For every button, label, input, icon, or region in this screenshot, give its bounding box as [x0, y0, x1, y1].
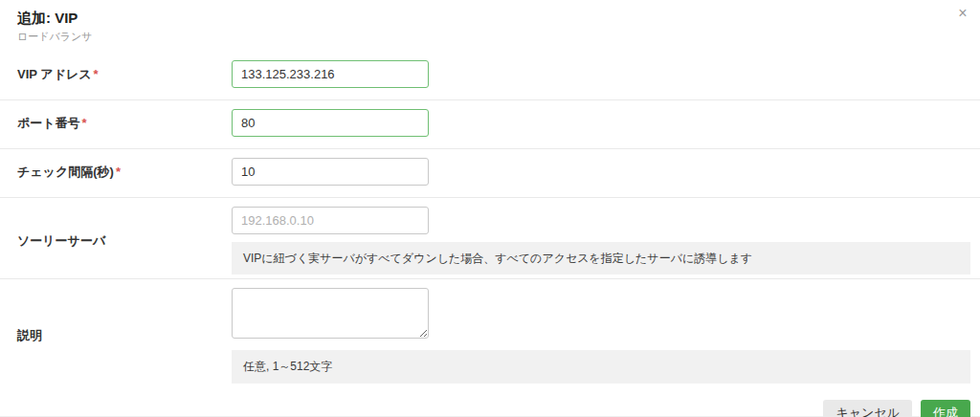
check-interval-label: チェック間隔(秒)*	[0, 164, 232, 181]
close-icon[interactable]: ×	[953, 4, 972, 23]
check-interval-input[interactable]	[232, 158, 429, 186]
form-row-port: ポート番号*	[0, 100, 980, 149]
cancel-button[interactable]: キャンセル	[823, 400, 912, 417]
page-title: 追加: VIP	[17, 10, 970, 28]
sorry-server-input[interactable]	[232, 207, 429, 234]
port-field-cell	[232, 109, 970, 137]
required-marker: *	[116, 165, 121, 179]
dialog-header: 追加: VIP ロードバランサ ×	[0, 0, 980, 44]
description-label-text: 説明	[17, 328, 42, 342]
vip-address-field-cell	[232, 60, 970, 88]
port-input[interactable]	[232, 109, 429, 137]
description-label: 説明	[0, 327, 232, 344]
sorry-server-help-text: VIPに紐づく実サーバがすべてダウンした場合、すべてのアクセスを指定したサーバに…	[232, 242, 970, 274]
description-textarea[interactable]	[232, 288, 429, 339]
vip-address-label-text: VIP アドレス	[17, 67, 92, 81]
sorry-server-label-text: ソーリーサーバ	[17, 233, 105, 248]
port-label: ポート番号*	[0, 115, 232, 132]
form-row-description: 説明 任意, 1～512文字	[0, 279, 980, 383]
page-subtitle: ロードバランサ	[17, 30, 970, 44]
add-vip-dialog: 追加: VIP ロードバランサ × VIP アドレス* ポート番号* チェック間…	[0, 0, 980, 417]
dialog-footer: キャンセル 作成	[0, 384, 980, 417]
create-button[interactable]: 作成	[921, 400, 970, 417]
required-marker: *	[94, 67, 99, 81]
form-row-check-interval: チェック間隔(秒)*	[0, 149, 980, 198]
check-interval-label-text: チェック間隔(秒)	[17, 165, 114, 179]
vip-address-input[interactable]	[232, 60, 429, 88]
description-field-cell: 任意, 1～512文字	[232, 288, 970, 383]
description-help-text: 任意, 1～512文字	[232, 350, 970, 383]
vip-address-label: VIP アドレス*	[0, 66, 232, 83]
required-marker: *	[82, 116, 87, 130]
form-row-vip-address: VIP アドレス*	[0, 44, 980, 100]
form-row-sorry-server: ソーリーサーバ VIPに紐づく実サーバがすべてダウンした場合、すべてのアクセスを…	[0, 198, 980, 279]
port-label-text: ポート番号	[17, 116, 80, 130]
sorry-server-label: ソーリーサーバ	[0, 232, 232, 250]
check-interval-field-cell	[232, 158, 970, 186]
sorry-server-field-cell: VIPに紐づく実サーバがすべてダウンした場合、すべてのアクセスを指定したサーバに…	[232, 207, 970, 274]
